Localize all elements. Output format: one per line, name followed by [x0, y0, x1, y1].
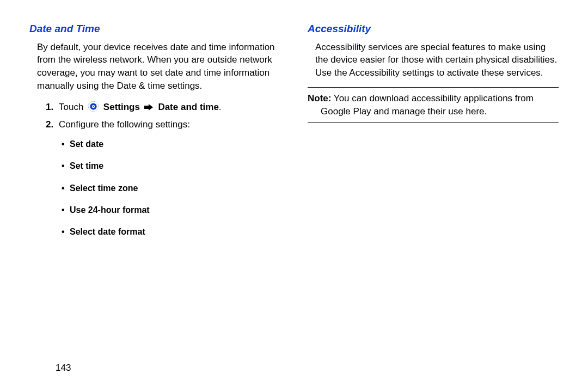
step-2: 2. Configure the following settings: — [46, 118, 280, 132]
date-time-heading: Date and Time — [29, 22, 280, 36]
svg-marker-5 — [149, 104, 153, 111]
left-column: Date and Time By default, your device re… — [29, 22, 280, 351]
step-1-number: 1. — [46, 100, 59, 115]
right-column: Accessibility Accessibility services are… — [308, 22, 559, 351]
note-text: Note: You can download accessibility app… — [308, 92, 559, 118]
settings-gear-icon — [88, 101, 99, 112]
note-divider-bottom — [308, 122, 559, 123]
bullet-select-date-format: Select date format — [70, 226, 280, 238]
steps-list: 1. Touch Settings — [46, 100, 280, 132]
step-1-body: Touch Settings — [59, 100, 280, 115]
step-1-touch: Touch — [59, 102, 83, 112]
accessibility-intro: Accessibility services are special featu… — [315, 41, 559, 79]
accessibility-heading: Accessibility — [308, 22, 559, 36]
page-number: 143 — [56, 351, 559, 381]
bullet-set-time: Set time — [70, 160, 280, 172]
step-1: 1. Touch Settings — [46, 100, 280, 115]
date-time-intro: By default, your device receives date an… — [37, 41, 280, 93]
note-line-1: You can download accessibility applicati… — [331, 93, 533, 103]
settings-bullets: Set date Set time Select time zone Use 2… — [70, 138, 280, 238]
note-line-2: Google Play and manage their use here. — [308, 105, 487, 118]
arrow-right-icon — [144, 101, 154, 115]
bullet-24-hour-format: Use 24-hour format — [70, 204, 280, 216]
bullet-set-date: Set date — [70, 138, 280, 150]
svg-point-3 — [93, 106, 94, 107]
step-2-text: Configure the following settings: — [59, 118, 280, 132]
step-1-datetime-label: Date and time — [158, 102, 218, 112]
note-label: Note: — [308, 93, 331, 103]
step-1-settings-label: Settings — [103, 102, 140, 112]
step-2-number: 2. — [46, 118, 59, 132]
step-1-period: . — [219, 102, 222, 112]
bullet-select-time-zone: Select time zone — [70, 182, 280, 194]
svg-rect-4 — [144, 106, 149, 109]
note-box: Note: You can download accessibility app… — [308, 88, 559, 122]
